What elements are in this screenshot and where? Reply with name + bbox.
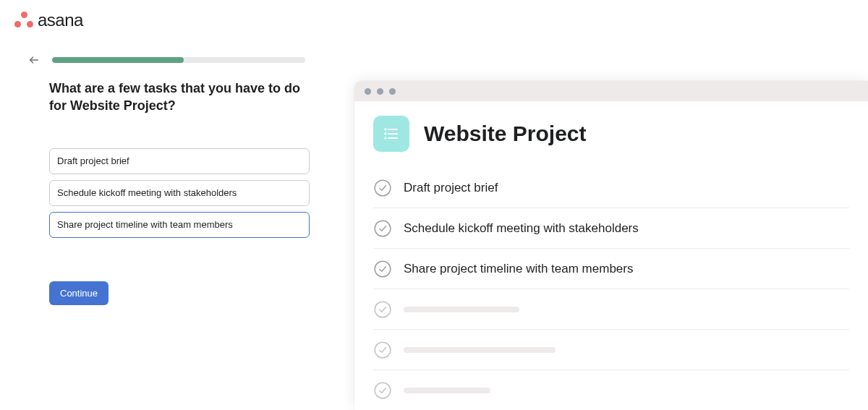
svg-point-9 bbox=[375, 261, 391, 277]
svg-point-4 bbox=[385, 129, 386, 129]
task-input-1[interactable] bbox=[49, 148, 310, 174]
window-chrome bbox=[354, 81, 868, 101]
task-row-placeholder bbox=[373, 289, 849, 330]
progress-bar bbox=[52, 57, 305, 63]
placeholder-text bbox=[404, 347, 556, 353]
check-circle-icon bbox=[373, 381, 392, 400]
task-row[interactable]: Draft project brief bbox=[373, 168, 849, 208]
task-row[interactable]: Schedule kickoff meeting with stakeholde… bbox=[373, 208, 849, 249]
task-text: Draft project brief bbox=[404, 181, 498, 195]
check-circle-icon[interactable] bbox=[373, 219, 392, 238]
svg-point-10 bbox=[375, 302, 391, 317]
continue-button[interactable]: Continue bbox=[49, 281, 109, 305]
task-row-placeholder bbox=[373, 330, 849, 370]
svg-point-7 bbox=[375, 180, 391, 196]
asana-logo: asana bbox=[14, 10, 83, 30]
onboarding-form: What are a few tasks that you have to do… bbox=[49, 80, 310, 305]
project-list-icon bbox=[373, 116, 409, 152]
window-dot-icon bbox=[377, 88, 383, 95]
placeholder-text bbox=[404, 307, 519, 312]
form-prompt: What are a few tasks that you have to do… bbox=[49, 80, 310, 115]
task-list: Draft project brief Schedule kickoff mee… bbox=[354, 168, 868, 410]
back-arrow-icon[interactable] bbox=[27, 54, 41, 67]
svg-point-11 bbox=[375, 342, 391, 358]
check-circle-icon[interactable] bbox=[373, 179, 392, 197]
check-circle-icon[interactable] bbox=[373, 260, 392, 278]
progress-fill bbox=[52, 57, 184, 63]
task-row-placeholder bbox=[373, 370, 849, 410]
check-circle-icon bbox=[373, 341, 392, 359]
asana-logo-text: asana bbox=[38, 10, 83, 30]
svg-point-8 bbox=[375, 221, 391, 236]
progress-row bbox=[27, 54, 305, 67]
svg-point-12 bbox=[375, 383, 391, 398]
window-dot-icon bbox=[389, 88, 396, 95]
asana-logo-icon bbox=[14, 12, 33, 29]
task-row[interactable]: Share project timeline with team members bbox=[373, 249, 849, 289]
check-circle-icon bbox=[373, 300, 392, 319]
task-text: Share project timeline with team members bbox=[404, 262, 633, 276]
task-input-2[interactable] bbox=[49, 180, 310, 206]
placeholder-text bbox=[404, 388, 490, 393]
project-header: Website Project bbox=[354, 101, 868, 168]
task-text: Schedule kickoff meeting with stakeholde… bbox=[404, 221, 639, 236]
window-dot-icon bbox=[365, 88, 371, 95]
project-title: Website Project bbox=[424, 121, 587, 146]
task-input-3[interactable] bbox=[49, 212, 310, 238]
svg-point-5 bbox=[385, 133, 386, 134]
svg-point-6 bbox=[385, 137, 386, 138]
project-preview-window: Website Project Draft project brief Sche… bbox=[354, 81, 868, 410]
